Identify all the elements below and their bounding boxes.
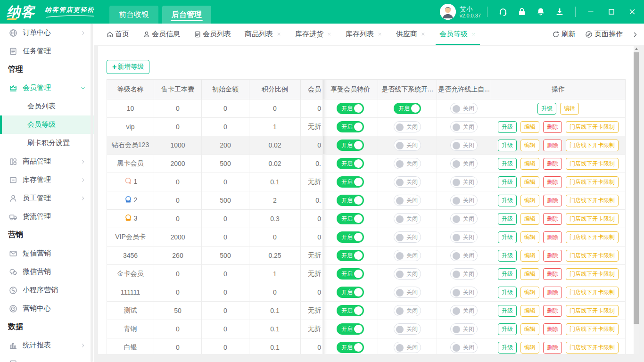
upgrade-button[interactable]: 升级 <box>498 176 517 188</box>
upgrade-button[interactable]: 升级 <box>498 287 517 298</box>
sidebar-item[interactable]: 微信营销 <box>0 263 94 281</box>
toggle-off[interactable]: 关闭 <box>394 140 421 151</box>
edit-button[interactable]: 编辑 <box>520 231 539 243</box>
page-tab[interactable]: 库存进货 <box>295 24 332 45</box>
scroll-up-arrow[interactable] <box>634 46 639 52</box>
toggle-on[interactable]: 开启 <box>337 268 364 280</box>
add-level-button[interactable]: +新增等级 <box>107 60 149 74</box>
toggle-off[interactable]: 关闭 <box>394 158 421 169</box>
toggle-on[interactable]: 开启 <box>394 103 421 114</box>
delete-button[interactable]: 删除 <box>543 250 562 262</box>
toggle-on[interactable]: 开启 <box>337 213 364 224</box>
upgrade-button[interactable]: 升级 <box>498 158 517 170</box>
limit-button[interactable]: 门店线下开卡限制 <box>566 231 619 243</box>
upgrade-button[interactable]: 升级 <box>498 140 517 151</box>
toggle-on[interactable]: 开启 <box>337 103 364 114</box>
customer-service-icon[interactable] <box>494 2 512 21</box>
toggle-off[interactable]: 关闭 <box>450 342 478 353</box>
toggle-on[interactable]: 开启 <box>337 158 364 169</box>
page-tab[interactable]: 会员列表 <box>194 24 231 45</box>
delete-button[interactable]: 删除 <box>543 176 562 188</box>
limit-button[interactable]: 门店线下开卡限制 <box>566 213 619 225</box>
edit-button[interactable]: 编辑 <box>520 342 539 354</box>
toggle-off[interactable]: 关闭 <box>394 268 421 280</box>
limit-button[interactable]: 门店线下开卡限制 <box>566 287 619 298</box>
edit-button[interactable]: 编辑 <box>520 158 539 170</box>
toggle-on[interactable]: 开启 <box>337 323 364 335</box>
close-tab-icon[interactable] <box>421 32 426 37</box>
toggle-off[interactable]: 关闭 <box>450 121 478 132</box>
sidebar-subitem[interactable]: 刷卡积分设置 <box>0 134 94 152</box>
toggle-off[interactable]: 关闭 <box>450 213 478 224</box>
toggle-off[interactable]: 关闭 <box>450 268 478 280</box>
close-tab-icon[interactable] <box>471 32 476 37</box>
sidebar-item[interactable]: 统计报表 <box>0 336 94 354</box>
sidebar-item[interactable]: 小程序营销 <box>0 281 94 299</box>
delete-button[interactable]: 删除 <box>543 121 562 133</box>
sidebar-item[interactable]: 任务管理 <box>0 42 94 60</box>
delete-button[interactable]: 删除 <box>543 323 562 335</box>
toggle-off[interactable]: 关闭 <box>450 195 478 206</box>
upgrade-button[interactable]: 升级 <box>498 268 517 280</box>
toggle-off[interactable]: 关闭 <box>450 250 478 261</box>
toggle-on[interactable]: 开启 <box>337 140 364 151</box>
page-actions-button[interactable]: 页面操作 <box>585 30 623 39</box>
nav-tab-cashier[interactable]: 前台收银 <box>109 6 158 24</box>
delete-button[interactable]: 删除 <box>543 158 562 170</box>
toggle-on[interactable]: 开启 <box>337 287 364 298</box>
limit-button[interactable]: 门店线下开卡限制 <box>566 305 619 317</box>
upgrade-button[interactable]: 升级 <box>498 195 517 206</box>
delete-button[interactable]: 删除 <box>543 287 562 298</box>
sidebar-item[interactable]: 短信营销 <box>0 244 94 263</box>
delete-button[interactable]: 删除 <box>543 342 562 354</box>
scrollbar-thumb[interactable] <box>634 52 639 324</box>
toggle-off[interactable]: 关闭 <box>394 121 421 132</box>
maximize-button[interactable] <box>604 5 619 19</box>
edit-button[interactable]: 编辑 <box>520 121 539 133</box>
delete-button[interactable]: 删除 <box>543 195 562 206</box>
toggle-off[interactable]: 关闭 <box>394 287 421 298</box>
edit-button[interactable]: 编辑 <box>520 323 539 335</box>
limit-button[interactable]: 门店线下开卡限制 <box>566 342 619 354</box>
sidebar-subitem[interactable]: 会员等级 <box>0 115 94 134</box>
upgrade-button[interactable]: 升级 <box>498 305 517 317</box>
edit-button[interactable]: 编辑 <box>560 103 579 115</box>
toggle-off[interactable]: 关闭 <box>450 176 478 188</box>
upgrade-button[interactable]: 升级 <box>498 250 517 262</box>
delete-button[interactable]: 删除 <box>543 231 562 243</box>
edit-button[interactable]: 编辑 <box>520 140 539 151</box>
minimize-button[interactable] <box>584 5 598 19</box>
toggle-on[interactable]: 开启 <box>337 176 364 188</box>
sidebar-item[interactable]: 货流管理 <box>0 207 94 226</box>
delete-button[interactable]: 删除 <box>543 305 562 317</box>
edit-button[interactable]: 编辑 <box>520 268 539 280</box>
toggle-on[interactable]: 开启 <box>337 121 364 132</box>
upgrade-button[interactable]: 升级 <box>498 213 517 225</box>
limit-button[interactable]: 门店线下开卡限制 <box>566 121 619 133</box>
page-tab[interactable]: 首页 <box>106 24 129 45</box>
bell-icon[interactable] <box>531 2 550 21</box>
upgrade-button[interactable]: 升级 <box>498 231 517 243</box>
toggle-off[interactable]: 关闭 <box>394 323 421 335</box>
page-tab[interactable]: 商品列表 <box>245 24 281 45</box>
edit-button[interactable]: 编辑 <box>520 213 539 225</box>
upgrade-button[interactable]: 升级 <box>537 103 556 115</box>
sidebar-item[interactable]: 商品管理 <box>0 152 94 171</box>
edit-button[interactable]: 编辑 <box>520 305 539 317</box>
limit-button[interactable]: 门店线下开卡限制 <box>566 140 619 151</box>
refresh-button[interactable]: 刷新 <box>552 30 576 39</box>
toggle-on[interactable]: 开启 <box>337 342 364 353</box>
sidebar-item[interactable]: 营销中心 <box>0 299 94 318</box>
sidebar-scrollbar[interactable] <box>91 24 93 362</box>
limit-button[interactable]: 门店线下开卡限制 <box>566 268 619 280</box>
edit-button[interactable]: 编辑 <box>520 176 539 188</box>
download-icon[interactable] <box>550 2 569 21</box>
close-tab-icon[interactable] <box>276 32 281 37</box>
close-tab-icon[interactable] <box>327 32 332 37</box>
limit-button[interactable]: 门店线下开卡限制 <box>566 250 619 262</box>
avatar[interactable] <box>440 4 456 20</box>
upgrade-button[interactable]: 升级 <box>498 342 517 354</box>
close-button[interactable] <box>625 5 639 19</box>
toggle-on[interactable]: 开启 <box>337 231 364 243</box>
page-tab[interactable]: 供应商 <box>396 24 426 45</box>
